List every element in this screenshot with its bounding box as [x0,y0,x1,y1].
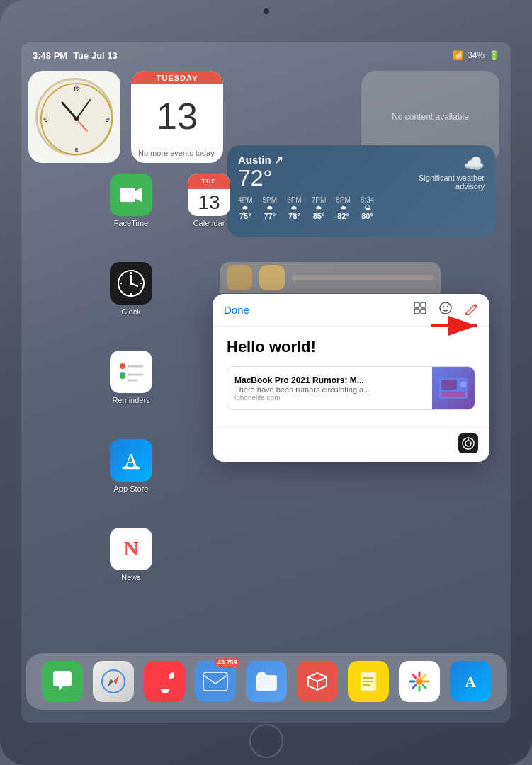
svg-point-8 [75,86,78,89]
svg-rect-55 [203,672,227,691]
empty-widget-label: No content available [392,112,469,122]
appstore-app[interactable]: A App Store [106,439,156,493]
svg-marker-54 [108,679,113,687]
calendar-events: No more events today [131,149,223,163]
svg-marker-14 [135,188,142,202]
calendar-header: TUESDAY [131,71,223,84]
reminders-label: Reminders [106,396,156,404]
notes-done-button[interactable]: Done [224,304,249,316]
svg-marker-13 [120,188,135,202]
dock-safari[interactable] [93,661,134,702]
weather-forecast: 4PM 🌧 75° 5PM 🌧 77° 6PM 🌧 78° 7PM 🌧 [238,196,485,220]
news-label: News [106,573,156,582]
forecast-7pm: 7PM 🌧 85° [312,196,327,220]
notes-link-domain: iphonelife.com [234,394,425,402]
weather-desc: Significant weather advisory [392,174,485,191]
clock-app-icon [110,262,152,305]
dock-files[interactable] [246,661,287,702]
folder-2[interactable] [259,265,285,290]
svg-point-38 [447,306,448,307]
status-time: 3:48 PM [33,50,67,61]
svg-line-67 [413,675,416,678]
svg-point-44 [460,382,466,387]
front-camera [264,8,269,14]
weather-widget[interactable]: Austin ↗ 72° ☁️ Significant weather advi… [227,145,496,237]
clock-label: Clock [106,307,156,316]
notes-title: Hello world! [227,338,475,356]
svg-rect-35 [421,309,426,314]
svg-point-7 [74,117,79,121]
forecast-5pm: 5PM 🌧 77° [263,196,278,220]
svg-text:A: A [465,673,476,691]
weather-temp: 72° [238,166,283,189]
dock-mail[interactable]: 43,759 [195,661,236,702]
svg-rect-42 [441,380,457,390]
svg-text:N: N [123,536,139,560]
calendar-app-day: 13 [198,189,220,216]
mail-badge: 43,759 [215,658,240,667]
svg-line-4 [62,103,77,119]
appstore-icon: A [110,439,152,482]
notes-link-thumb [432,367,475,409]
dock-deliveries[interactable] [297,661,338,702]
svg-rect-43 [441,392,465,397]
dock-appstore[interactable]: A [450,661,491,702]
svg-point-36 [440,302,451,314]
forecast-4pm: 4PM 🌧 75° [238,196,253,220]
svg-point-10 [75,149,78,152]
svg-point-46 [465,441,471,446]
forecast-6pm: 6PM 🌧 78° [287,196,302,220]
dock: 43,759 [26,653,507,710]
dock-messages[interactable] [42,661,83,702]
facetime-icon [110,174,152,216]
calendar-app[interactable]: TUE 13 Calendar [184,174,234,227]
clock-face: 12 3 6 9 [35,78,113,156]
calendar-app-icon: TUE 13 [188,174,230,216]
ipad-frame: 3:48 PM Tue Jul 13 📶 34% 🔋 12 3 6 [0,0,532,765]
svg-point-11 [43,118,46,120]
clock-app[interactable]: Clock [106,262,156,316]
dock-notes[interactable] [348,661,389,702]
appstore-label: App Store [106,484,156,493]
svg-point-62 [416,678,423,685]
dock-music[interactable] [144,661,185,702]
svg-line-6 [77,119,87,131]
reminders-icon [110,351,152,393]
svg-rect-34 [414,309,419,314]
facetime-app[interactable]: FaceTime [106,174,156,227]
notes-content: Hello world! MacBook Pro 2021 Rumors: M.… [213,327,489,427]
reminders-app[interactable]: Reminders [106,351,156,404]
forecast-834: 8:34 🌤 80° [361,196,374,220]
svg-rect-33 [421,302,426,307]
notes-link-desc: There have been rumors circulating a... [234,385,425,394]
svg-point-9 [107,118,110,120]
calendar-widget[interactable]: TUESDAY 13 No more events today [131,71,223,163]
weather-cloud-icon: ☁️ [392,154,485,174]
dock-photos[interactable] [399,661,440,702]
battery-percent: 34% [468,50,485,60]
svg-line-69 [423,675,426,678]
home-button[interactable] [249,724,283,758]
facetime-label: FaceTime [106,219,156,227]
calendar-day: 13 [131,84,223,149]
calendar-app-month: TUE [188,174,230,189]
notes-grid-icon[interactable] [413,301,427,319]
notes-logo [458,434,478,453]
svg-line-70 [413,685,416,688]
folder-row[interactable] [220,262,441,293]
svg-point-18 [130,282,132,285]
folder-1[interactable] [227,265,252,290]
svg-line-68 [423,685,426,688]
red-arrow [427,315,484,339]
battery-icon: 🔋 [489,50,499,60]
status-date: Tue Jul 13 [73,50,118,61]
svg-marker-53 [113,676,119,684]
clock-widget[interactable]: 12 3 6 9 [28,71,120,163]
folder-bar [292,275,434,280]
notes-link-card[interactable]: MacBook Pro 2021 Rumors: M... There have… [227,366,475,410]
news-icon: N [110,528,152,570]
news-app[interactable]: N News [106,528,156,582]
forecast-8pm: 8PM 🌧 82° [336,196,351,220]
svg-point-25 [120,373,125,379]
svg-rect-32 [414,302,419,307]
